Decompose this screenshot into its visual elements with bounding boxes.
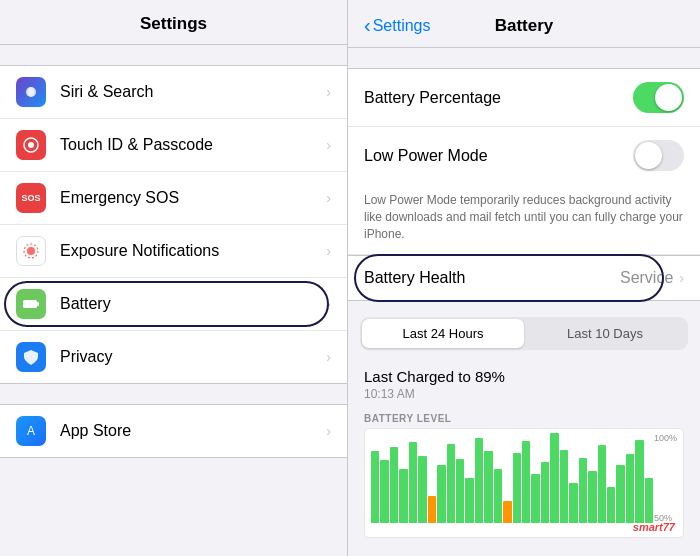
bar [598,445,606,523]
exposure-label: Exposure Notifications [60,242,326,260]
bar [635,440,643,524]
bar [428,496,436,523]
bar [531,474,539,524]
battery-label: Battery [60,295,326,313]
svg-text:A: A [27,424,35,438]
settings-item-appstore[interactable]: A App Store › [0,405,347,457]
bar [579,458,587,524]
battery-percentage-label: Battery Percentage [364,89,633,107]
battery-health-label: Battery Health [364,269,620,287]
bar [418,456,426,524]
low-power-toggle[interactable] [633,140,684,171]
low-power-label: Low Power Mode [364,147,633,165]
bar [494,469,502,523]
last-charged-section: Last Charged to 89% 10:13 AM [348,360,700,405]
back-chevron-icon: ‹ [364,14,371,37]
bar [645,478,653,523]
chevron-icon: › [326,243,331,259]
bar [541,462,549,523]
battery-percentage-toggle[interactable] [633,82,684,113]
touchid-label: Touch ID & Passcode [60,136,326,154]
chart-bars [371,433,677,523]
left-panel: Settings Siri & Search › Touch ID & Pass… [0,0,348,556]
last-charged-time: 10:13 AM [364,387,684,401]
chart-label-100: 100% [654,433,677,443]
watermark: smart77 [633,521,675,533]
bar [569,483,577,524]
settings-item-battery[interactable]: Battery › [0,278,347,331]
battery-level-label: BATTERY LEVEL [364,413,684,424]
appstore-icon: A [16,416,46,446]
bar [522,441,530,524]
right-header: ‹ Settings Battery [348,0,700,48]
settings-item-siri[interactable]: Siri & Search › [0,66,347,119]
chevron-icon: › [326,190,331,206]
settings-item-exposure[interactable]: Exposure Notifications › [0,225,347,278]
siri-icon [16,77,46,107]
bar [437,465,445,524]
bar [447,444,455,523]
bar [475,438,483,524]
toggle-knob [655,84,682,111]
battery-page-title: Battery [495,16,554,36]
battery-percentage-row: Battery Percentage [348,69,700,127]
battery-chart-section: BATTERY LEVEL 100% 50% [348,405,700,538]
privacy-label: Privacy [60,348,326,366]
right-panel: ‹ Settings Battery Battery Percentage Lo… [348,0,700,556]
chart-labels: 100% 50% [654,433,677,523]
chevron-icon: › [326,423,331,439]
settings-group-main: Siri & Search › Touch ID & Passcode › SO… [0,65,347,384]
siri-label: Siri & Search [60,83,326,101]
settings-title: Settings [0,0,347,45]
back-button[interactable]: ‹ Settings [364,14,430,37]
bar [390,447,398,524]
tab-24h[interactable]: Last 24 Hours [362,319,524,348]
bar [513,453,521,523]
svg-point-3 [28,142,34,148]
toggle-knob [635,142,662,169]
bar [399,469,407,523]
battery-chart: 100% 50% [364,428,684,538]
low-power-description: Low Power Mode temporarily reduces backg… [348,184,700,255]
bar [607,487,615,523]
chevron-icon: › [326,296,331,312]
bar [616,465,624,524]
service-label: Service [620,269,673,287]
bar [409,442,417,523]
low-power-row: Low Power Mode [348,127,700,184]
bar [588,471,596,523]
battery-health-chevron-icon: › [679,270,684,286]
bar [484,451,492,523]
bar [560,450,568,524]
touchid-icon [16,130,46,160]
right-content: Battery Percentage Low Power Mode Low Po… [348,48,700,556]
battery-percentage-section: Battery Percentage Low Power Mode Low Po… [348,68,700,255]
bar [503,501,511,524]
bar [380,460,388,523]
svg-point-1 [28,87,34,97]
chevron-icon: › [326,137,331,153]
exposure-icon [16,236,46,266]
tab-10d[interactable]: Last 10 Days [524,319,686,348]
sos-label: Emergency SOS [60,189,326,207]
settings-item-touchid[interactable]: Touch ID & Passcode › [0,119,347,172]
sos-icon: SOS [16,183,46,213]
privacy-icon [16,342,46,372]
bar [550,433,558,523]
settings-item-privacy[interactable]: Privacy › [0,331,347,383]
chevron-icon: › [326,84,331,100]
bar [465,478,473,523]
settings-group-appstore: A App Store › [0,404,347,458]
time-range-tabs: Last 24 Hours Last 10 Days [360,317,688,350]
svg-point-4 [27,247,35,255]
settings-item-sos[interactable]: SOS Emergency SOS › [0,172,347,225]
back-label: Settings [373,17,431,35]
svg-rect-6 [23,300,37,308]
chevron-icon: › [326,349,331,365]
battery-health-row[interactable]: Battery Health Service › [348,256,700,300]
bar [371,451,379,523]
last-charged-title: Last Charged to 89% [364,368,684,385]
bar [626,454,634,523]
svg-rect-7 [37,302,39,306]
battery-icon [16,289,46,319]
